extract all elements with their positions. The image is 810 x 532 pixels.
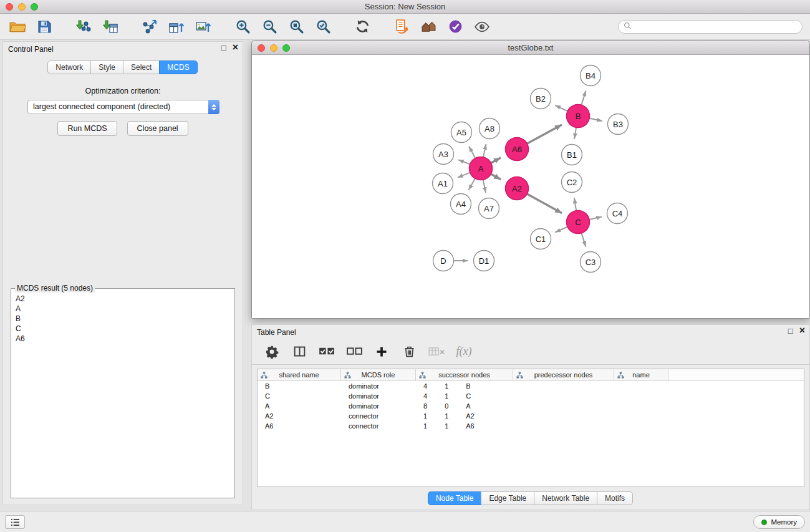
import-table-button[interactable]	[99, 16, 122, 37]
graph-node-A8[interactable]: A8	[480, 118, 500, 139]
control-tab-select[interactable]: Select	[123, 60, 160, 74]
graph-node-A6[interactable]: A6	[506, 138, 529, 161]
column-header-name[interactable]: name	[614, 369, 668, 380]
table-row[interactable]: A2connector11A2	[258, 411, 804, 421]
maximize-network-window-button[interactable]	[282, 44, 290, 52]
search-box[interactable]	[618, 20, 803, 34]
import-network-button[interactable]	[72, 16, 95, 37]
select-all-rows-button[interactable]	[317, 342, 337, 361]
task-history-button[interactable]	[5, 515, 25, 529]
table-tab-edge-table[interactable]: Edge Table	[481, 491, 534, 505]
delete-table-button[interactable]	[427, 342, 446, 361]
open-recent-session-button[interactable]	[390, 16, 413, 37]
float-table-panel-icon[interactable]	[788, 326, 793, 336]
network-window-title: testGlobe.txt	[252, 41, 809, 54]
graph-node-C1[interactable]: C1	[531, 229, 551, 249]
column-header-predecessor-nodes[interactable]: predecessor nodes	[513, 369, 614, 380]
zoom-out-button[interactable]	[258, 16, 281, 37]
delete-columns-button[interactable]	[399, 342, 419, 361]
table-settings-button[interactable]	[262, 342, 282, 361]
graph-node-A1[interactable]: A1	[433, 173, 453, 194]
export-table-button[interactable]	[165, 16, 188, 37]
toggle-graphics-details-button[interactable]	[471, 16, 493, 37]
export-image-button[interactable]	[192, 16, 215, 37]
close-panel-button[interactable]: Close panel	[127, 121, 188, 136]
dropdown-stepper-icon	[208, 100, 219, 114]
control-tab-style[interactable]: Style	[90, 60, 123, 74]
close-panel-icon[interactable]	[233, 43, 238, 52]
search-input[interactable]	[635, 22, 797, 31]
graph-node-C2[interactable]: C2	[562, 172, 582, 193]
graph-node-label: D1	[479, 256, 489, 266]
zoom-selected-button[interactable]	[312, 16, 334, 37]
graph-node-label: C4	[612, 209, 623, 218]
open-session-button[interactable]	[6, 16, 29, 37]
home-button[interactable]	[417, 16, 440, 37]
graph-node-C3[interactable]: C3	[581, 252, 601, 273]
float-panel-icon[interactable]	[221, 43, 226, 52]
window-controls	[6, 3, 38, 11]
graph-node-A4[interactable]: A4	[451, 194, 471, 215]
graph-node-label: C	[575, 218, 581, 227]
graph-node-B3[interactable]: B3	[608, 114, 629, 135]
graph-node-A7[interactable]: A7	[479, 198, 499, 219]
graph-node-A5[interactable]: A5	[451, 122, 472, 143]
control-tab-network[interactable]: Network	[47, 60, 91, 74]
minimize-network-window-button[interactable]	[270, 44, 277, 52]
mcds-result-item[interactable]: A2	[14, 294, 232, 304]
table-panel: Table Panel f(x) shared nameMCDS rolesuc…	[251, 324, 810, 510]
mcds-result-item[interactable]: B	[14, 314, 232, 324]
table-row[interactable]: Cdominator41C	[258, 391, 804, 401]
graph-node-label: B2	[536, 94, 546, 104]
close-table-panel-icon[interactable]	[799, 326, 805, 336]
deselect-all-rows-button[interactable]	[344, 342, 364, 361]
table-tab-node-table[interactable]: Node Table	[428, 491, 482, 505]
column-header-mcds-role[interactable]: MCDS role	[341, 369, 416, 380]
network-canvas[interactable]: B4B2BB3A5A8A6B1A3AC2A1A2A4A7CC4C1C3DD1	[252, 55, 809, 318]
network-window-titlebar[interactable]: testGlobe.txt	[252, 41, 809, 55]
table-tab-network-table[interactable]: Network Table	[534, 491, 597, 505]
graph-node-A2[interactable]: A2	[506, 177, 529, 200]
table-row[interactable]: Bdominator41B	[258, 381, 804, 391]
column-header-successor-nodes[interactable]: successor nodes	[416, 369, 513, 380]
graph-node-C4[interactable]: C4	[607, 203, 628, 224]
mcds-result-item[interactable]: C	[14, 324, 232, 334]
column-header-shared-name[interactable]: shared name	[258, 369, 341, 380]
graph-node-C[interactable]: C	[567, 211, 590, 234]
close-network-window-button[interactable]	[258, 44, 265, 52]
graph-node-D1[interactable]: D1	[474, 251, 494, 271]
graph-node-B[interactable]: B	[567, 105, 590, 128]
optimization-criterion-select[interactable]: largest connected component (directed)	[27, 100, 219, 114]
table-cell: 4	[416, 392, 437, 400]
show-columns-button[interactable]	[289, 342, 309, 361]
mcds-result-item[interactable]: A6	[14, 334, 232, 344]
create-column-button[interactable]	[372, 342, 392, 361]
zoom-in-button[interactable]	[231, 16, 254, 37]
graph-node-B1[interactable]: B1	[562, 145, 582, 165]
graph-node-B2[interactable]: B2	[531, 89, 551, 109]
graph-node-A3[interactable]: A3	[433, 144, 454, 165]
mcds-result-item[interactable]: A	[14, 304, 232, 314]
graph-node-A[interactable]: A	[470, 157, 493, 180]
close-window-button[interactable]	[6, 3, 13, 11]
minimize-window-button[interactable]	[18, 3, 26, 11]
save-session-button[interactable]	[33, 16, 55, 37]
table-row[interactable]: A6connector11A6	[258, 421, 804, 431]
run-mcds-button[interactable]: Run MCDS	[57, 121, 117, 136]
graph-node-B4[interactable]: B4	[581, 65, 601, 86]
memory-button[interactable]: Memory	[753, 515, 805, 529]
toolbar-separator	[378, 17, 386, 36]
export-network-button[interactable]	[138, 16, 161, 37]
table-tab-motifs[interactable]: Motifs	[597, 491, 633, 505]
refresh-view-button[interactable]	[351, 16, 374, 37]
function-builder-button[interactable]: f(x)	[454, 342, 474, 361]
node-table: shared nameMCDS rolesuccessor nodesprede…	[257, 369, 804, 487]
maximize-window-button[interactable]	[31, 3, 38, 11]
main-toolbar	[0, 14, 810, 40]
graph-node-label: D	[440, 256, 446, 266]
graph-node-D[interactable]: D	[433, 251, 454, 271]
table-row[interactable]: Adominator80A	[258, 401, 804, 411]
zoom-fit-button[interactable]	[285, 16, 307, 37]
control-tab-mcds[interactable]: MCDS	[159, 60, 197, 74]
apply-style-button[interactable]	[444, 16, 466, 37]
